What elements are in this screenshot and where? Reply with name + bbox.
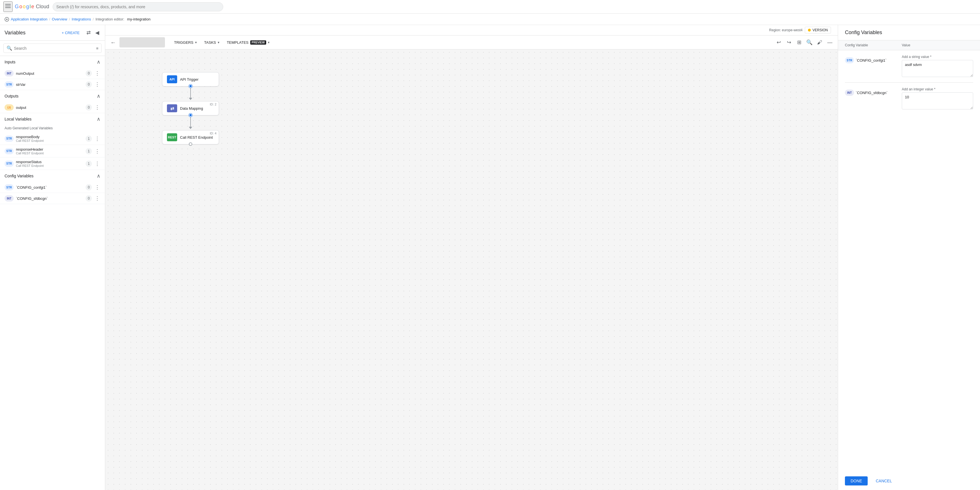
redo-button[interactable]: ↪ xyxy=(784,38,794,47)
triggers-button[interactable]: TRIGGERS ▼ xyxy=(171,39,200,46)
region-label: Region: europe-west4 xyxy=(769,28,803,32)
config-variables-panel: Config Variables Config Variable Value S… xyxy=(838,25,980,490)
search-icon: 🔍 xyxy=(6,46,12,51)
zoom-button[interactable]: 🔍 xyxy=(805,38,814,47)
layout-button[interactable]: ⊞ xyxy=(795,38,804,47)
var-count: 0 xyxy=(86,195,92,201)
var-menu-button[interactable]: ⋮ xyxy=(94,184,100,190)
main-layout: Variables + CREATE ⇄ ◀ 🔍 ≡ Inputs ∧ xyxy=(0,25,980,490)
panel-header: Config Variables xyxy=(838,25,980,40)
var-menu-button[interactable]: ⋮ xyxy=(94,70,100,76)
api-trigger-node[interactable]: API API Trigger xyxy=(162,72,219,86)
config-value-input-2[interactable]: 10 xyxy=(902,92,973,109)
local-variables-chevron-icon: ∧ xyxy=(97,116,100,122)
integration-name-input[interactable] xyxy=(119,37,165,48)
triggers-caret-icon: ▼ xyxy=(194,41,197,44)
sidebar-header: Variables + CREATE ⇄ ◀ xyxy=(0,25,105,41)
outputs-chevron-icon: ∧ xyxy=(97,93,100,99)
var-sub-label: Call REST Endpoint xyxy=(16,139,83,143)
undo-button[interactable]: ↩ xyxy=(774,38,783,47)
list-item: STR `CONFIG_confgi1` 0 ⋮ xyxy=(0,182,105,193)
var-menu-button[interactable]: ⋮ xyxy=(94,104,100,111)
global-search-input[interactable] xyxy=(56,5,220,9)
connector-line xyxy=(190,116,191,127)
auto-generated-label: Auto Generated Local Variables xyxy=(0,125,105,132)
search-input-wrapper: 🔍 ≡ xyxy=(3,43,102,53)
data-mapping-bottom-connector xyxy=(189,113,192,117)
config-type-badge-1: STR xyxy=(845,57,854,63)
back-button[interactable]: ← xyxy=(109,38,118,47)
var-count: 0 xyxy=(86,184,92,190)
var-count: 0 xyxy=(86,104,92,111)
rest-endpoint-node[interactable]: REST Call REST Endpoint ID: 4 xyxy=(162,130,219,144)
variables-search-input[interactable] xyxy=(14,46,93,51)
var-name: output xyxy=(16,105,83,110)
panel-actions: DONE CANCEL xyxy=(838,472,980,490)
list-item: {J} output 0 ⋮ xyxy=(0,102,105,113)
breadcrumb-integrations[interactable]: Integrations xyxy=(72,17,91,21)
topbar: Google Cloud xyxy=(0,0,980,14)
svg-rect-2 xyxy=(5,7,11,8)
filter-icon[interactable]: ≡ xyxy=(96,46,99,51)
breadcrumb-app-integration[interactable]: Application Integration xyxy=(11,17,48,21)
breadcrumb-overview[interactable]: Overview xyxy=(52,17,67,21)
var-count: 1 xyxy=(86,160,92,167)
config-var-name-1: STR `CONFIG_confgi1` xyxy=(845,55,897,63)
var-menu-button[interactable]: ⋮ xyxy=(94,195,100,201)
done-button[interactable]: DONE xyxy=(845,476,868,485)
open-dot xyxy=(189,143,192,146)
sidebar-collapse-button[interactable]: ◀ xyxy=(94,29,100,37)
hamburger-menu-button[interactable] xyxy=(3,2,13,12)
list-item: INT `CONFIG_sfdbcgn` 0 ⋮ xyxy=(0,193,105,204)
version-dot xyxy=(808,29,811,32)
config-variables-section-header[interactable]: Config Variables ∧ xyxy=(0,170,105,182)
outputs-section-header[interactable]: Outputs ∧ xyxy=(0,90,105,102)
google-cloud-logo: Google Cloud xyxy=(15,4,49,10)
var-info: responseStatus Call REST Endpoint xyxy=(16,160,83,167)
canvas-controls: ↩ ↪ ⊞ 🔍 🖌 — xyxy=(774,38,834,47)
col-value-header: Value xyxy=(902,43,973,47)
var-name: `CONFIG_confgi1` xyxy=(16,185,83,190)
tasks-caret-icon: ▼ xyxy=(217,41,220,44)
version-label: VERSION xyxy=(813,28,828,32)
data-mapping-node-wrapper: ⇄ Data Mapping ID: 2 xyxy=(162,101,219,129)
list-item: STR strVar 0 ⋮ xyxy=(0,79,105,90)
sidebar-actions: + CREATE ⇄ ◀ xyxy=(58,29,100,37)
version-badge: VERSION xyxy=(805,27,831,33)
data-mapping-node[interactable]: ⇄ Data Mapping ID: 2 xyxy=(162,101,219,116)
arrow-down-icon xyxy=(189,127,192,129)
data-mapping-id: ID: 2 xyxy=(210,103,216,106)
templates-button[interactable]: TEMPLATES PREVIEW ▼ xyxy=(224,39,273,46)
var-count: 0 xyxy=(86,81,92,87)
var-type-badge: STR xyxy=(5,148,14,154)
data-mapping-node-icon: ⇄ xyxy=(167,104,177,112)
flow-canvas[interactable]: API API Trigger ⇄ Data Mapping ID: 2 xyxy=(105,49,838,490)
var-menu-button[interactable]: ⋮ xyxy=(94,148,100,154)
config-value-input-1[interactable]: asdf sdvm xyxy=(902,60,973,77)
var-name: numOutput xyxy=(16,71,83,76)
tasks-button[interactable]: TASKS ▼ xyxy=(201,39,223,46)
sidebar-toggle-button[interactable]: ⇄ xyxy=(85,29,92,37)
var-menu-button[interactable]: ⋮ xyxy=(94,136,100,142)
inputs-section-header[interactable]: Inputs ∧ xyxy=(0,56,105,68)
brush-button[interactable]: 🖌 xyxy=(815,38,824,47)
minus-button[interactable]: — xyxy=(825,38,834,47)
local-variables-section-header[interactable]: Local Variables ∧ xyxy=(0,113,105,125)
var-menu-button[interactable]: ⋮ xyxy=(94,81,100,87)
breadcrumb-integration-editor: Integration editor: xyxy=(95,17,124,21)
cancel-button[interactable]: CANCEL xyxy=(871,476,896,485)
config-variables-chevron-icon: ∧ xyxy=(97,173,100,179)
config-value-label-2: Add an integer value * xyxy=(902,87,973,91)
list-item: STR responseStatus Call REST Endpoint 1 … xyxy=(0,157,105,170)
var-menu-button[interactable]: ⋮ xyxy=(94,160,100,167)
variables-content: Inputs ∧ INT numOutput 0 ⋮ STR strVar 0 … xyxy=(0,56,105,490)
canvas-toolbar: Region: europe-west4 VERSION xyxy=(105,25,838,35)
panel-title: Config Variables xyxy=(845,30,882,35)
global-search-bar[interactable] xyxy=(52,2,223,11)
region-version-bar: Region: europe-west4 VERSION xyxy=(769,27,831,33)
api-trigger-node-wrapper: API API Trigger xyxy=(162,72,219,100)
variables-sidebar: Variables + CREATE ⇄ ◀ 🔍 ≡ Inputs ∧ xyxy=(0,25,105,490)
breadcrumb: Application Integration / Overview / Int… xyxy=(0,14,980,25)
config-value-area-1: Add a string value * asdf sdvm xyxy=(902,55,973,78)
create-variable-button[interactable]: + CREATE xyxy=(58,29,83,36)
